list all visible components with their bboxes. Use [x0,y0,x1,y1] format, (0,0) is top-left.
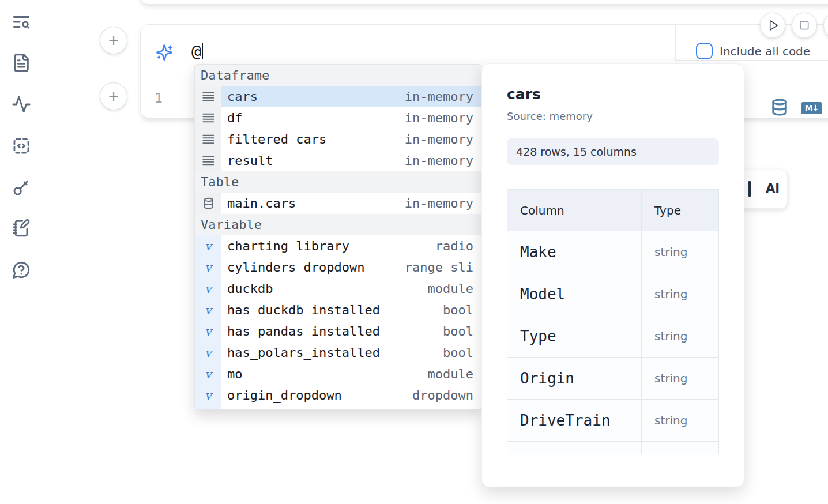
sidebar-item-dependencies[interactable] [11,95,32,116]
ai-prompt-input[interactable]: @ [191,42,203,61]
sidebar-item-scratchpad[interactable] [11,219,32,240]
preview-source: Source: memory [507,110,718,122]
autocomplete-item[interactable]: v pdmodule [195,406,481,410]
schema-row: Make string [507,231,719,273]
play-icon [761,13,785,38]
variable-icon: v [195,278,221,299]
schema-table-container: Column Type Make string Model string Typ… [507,189,719,458]
ai-button-label: AI [766,182,780,195]
autocomplete-item[interactable]: v origin_dropdowndropdown [195,385,481,406]
variable-icon: v [195,321,221,342]
autocomplete-sections: Dataframe carsin-memory dfin-memory filt… [195,65,481,410]
variable-icon: v [195,342,221,363]
variable-icon: v [195,299,221,321]
autocomplete-item[interactable]: main.carsin-memory [195,193,481,214]
sidebar-item-help[interactable] [11,261,32,281]
schema-header-row: Column Type [507,190,719,231]
include-all-code-label: Include all code [720,44,810,58]
autocomplete-item[interactable]: resultin-memory [195,150,481,171]
text-search-icon [12,12,31,34]
previous-cell-edge [140,0,828,5]
help-chat-icon [12,260,31,282]
convert-to-sql-button[interactable] [770,98,789,116]
table-icon [195,193,221,214]
file-icon [12,53,31,75]
autocomplete-dropdown: Dataframe carsin-memory dfin-memory filt… [194,64,481,410]
add-cell-button-bottom[interactable]: + [100,82,127,110]
autocomplete-section-header: Table [195,171,481,193]
sidebar-item-files[interactable] [11,54,32,74]
stop-button[interactable] [792,13,817,38]
sidebar-item-snippets[interactable] [11,137,32,157]
dataframe-preview-panel: cars Source: memory 428 rows, 15 columns… [481,63,744,487]
autocomplete-item[interactable]: v momodule [195,363,481,385]
convert-to-markdown-button[interactable]: M↓ [801,102,822,114]
schema-row: Origin string [507,358,719,400]
sidebar [0,0,42,504]
clipped-letter [748,181,751,197]
preview-shape-badge: 428 rows, 15 columns [507,138,719,165]
preview-title: cars [507,86,718,103]
variable-icon: v [195,235,221,257]
schema-rows: Make string Model string Type string Ori… [507,231,719,454]
autocomplete-item[interactable]: v has_polars_installedbool [195,342,481,363]
sparkles-icon [156,44,173,61]
schema-row: DriveTrain string [507,400,719,442]
snippets-icon [12,136,31,158]
scratchpad-icon [12,219,31,240]
autocomplete-item[interactable]: v charting_libraryradio [195,235,481,257]
autocomplete-section-header: Dataframe [195,65,481,86]
type-header: Type [642,190,719,231]
dataframe-icon [195,150,221,171]
sidebar-item-secrets[interactable] [11,178,32,199]
activity-icon [12,95,31,116]
line-number: 1 [155,91,163,106]
stop-icon [792,13,816,38]
autocomplete-item[interactable]: v has_duckdb_installedbool [195,299,481,321]
variable-icon: v [195,257,221,278]
autocomplete-item[interactable]: v duckdbmodule [195,278,481,299]
autocomplete-item[interactable]: v has_pandas_installedbool [195,321,481,342]
variable-icon: v [195,385,221,406]
autocomplete-section-header: Variable [195,214,481,235]
autocomplete-item[interactable]: carsin-memory [195,86,481,107]
key-icon [12,178,31,200]
schema-row [507,442,719,454]
variable-icon: v [195,363,221,385]
run-cell-button[interactable] [760,13,785,38]
schema-table: Column Type Make string Model string Typ… [507,189,719,454]
dataframe-icon [195,129,221,150]
autocomplete-item[interactable]: dfin-memory [195,107,481,129]
dataframe-icon [195,107,221,129]
schema-row: Type string [507,315,719,358]
include-all-code-checkbox[interactable] [696,43,713,59]
marimo-notebook: + + @ Include all code 1 M↓ [0,0,828,504]
add-cell-button-top[interactable]: + [100,27,127,54]
autocomplete-item[interactable]: filtered_carsin-memory [195,129,481,150]
column-header: Column [507,190,642,231]
dataframe-icon [195,86,221,107]
variable-icon: v [195,406,221,410]
database-icon [770,98,789,116]
autocomplete-item[interactable]: v cylinders_dropdownrange_sli [195,257,481,278]
sidebar-item-table-of-contents[interactable] [11,13,32,33]
schema-row: Model string [507,273,719,315]
text-cursor [202,43,204,59]
